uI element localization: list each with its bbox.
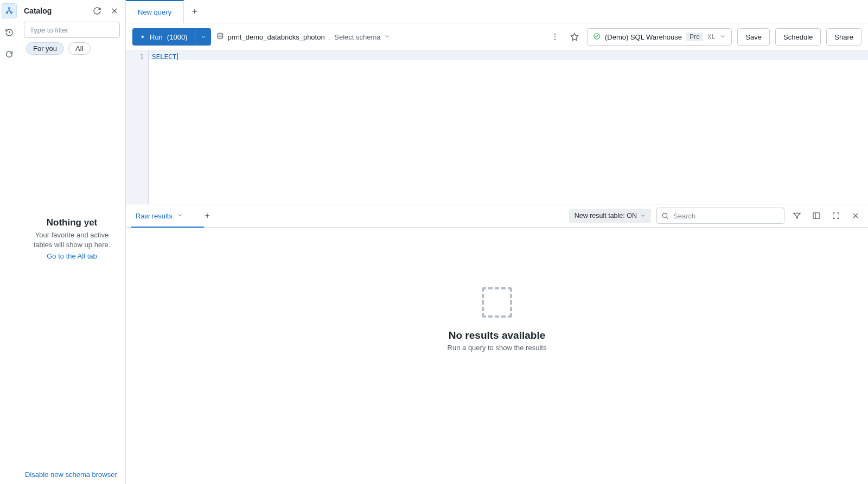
sql-keyword: SELECT <box>152 53 176 61</box>
catalog-title: Catalog <box>24 7 86 15</box>
favorite-star-icon[interactable] <box>567 30 582 44</box>
status-ok-icon <box>593 33 601 42</box>
search-icon <box>661 212 669 220</box>
query-tab-bar: New query <box>126 0 868 23</box>
results-empty-title: No results available <box>449 330 545 341</box>
catalog-panel: Catalog For you All Nothing yet Your fav… <box>18 0 126 484</box>
close-results-icon[interactable] <box>848 209 863 223</box>
catalog-empty-state: Nothing yet Your favorite and active tab… <box>18 217 125 465</box>
warehouse-tier-badge: Pro <box>686 33 703 41</box>
warehouse-name: (Demo) SQL Warehouse <box>605 33 682 41</box>
new-result-table-toggle[interactable]: New result table: ON <box>569 209 651 223</box>
sql-editor[interactable]: 1 SELECT <box>126 50 868 204</box>
schema-hint: Select schema <box>334 33 380 41</box>
add-result-tab-button[interactable] <box>200 208 215 223</box>
more-menu-icon[interactable] <box>548 30 562 44</box>
catalog-refresh-icon[interactable] <box>91 4 104 17</box>
results-tab-raw[interactable]: Raw results <box>131 204 188 227</box>
share-button[interactable]: Share <box>826 28 861 46</box>
main-area: New query Run (1000) p <box>126 0 868 484</box>
chevron-down-icon <box>177 212 183 220</box>
svg-rect-9 <box>813 213 820 219</box>
svg-point-2 <box>11 12 12 14</box>
results-search-input[interactable] <box>672 211 780 221</box>
refresh-settings-icon[interactable] <box>2 47 17 62</box>
left-rail <box>0 0 18 484</box>
panel-toggle-icon[interactable] <box>809 209 824 223</box>
catalog-empty-link[interactable]: Go to the All tab <box>47 252 97 260</box>
schedule-button[interactable]: Schedule <box>775 28 821 46</box>
results-empty-body: Run a query to show the results <box>448 344 547 352</box>
run-label: Run <box>150 33 163 41</box>
svg-point-6 <box>554 39 556 40</box>
schema-selector[interactable]: prmt_demo_databricks_photon. Select sche… <box>216 33 390 42</box>
results-toolbar: Raw results New result table: ON <box>126 204 868 228</box>
editor-cursor <box>177 53 178 60</box>
warehouse-selector[interactable]: (Demo) SQL Warehouse Pro XL <box>587 28 732 46</box>
history-icon[interactable] <box>2 25 17 40</box>
svg-point-3 <box>218 33 223 35</box>
catalog-pill-all[interactable]: All <box>68 42 90 55</box>
empty-results-icon <box>482 287 512 318</box>
expand-icon[interactable] <box>829 209 843 223</box>
run-button[interactable]: Run (1000) <box>132 28 195 46</box>
run-count: (1000) <box>167 33 188 41</box>
svg-point-8 <box>662 213 667 217</box>
database-icon <box>216 33 224 42</box>
editor-gutter: 1 <box>126 51 149 204</box>
editor-line: SELECT <box>149 51 868 60</box>
catalog-pill-for-you[interactable]: For you <box>26 42 64 55</box>
run-dropdown-button[interactable] <box>195 28 211 46</box>
catalog-filter-input[interactable] <box>24 22 120 38</box>
save-button[interactable]: Save <box>737 28 770 46</box>
results-tab-label: Raw results <box>136 212 173 220</box>
svg-point-0 <box>9 8 10 9</box>
toggle-label: New result table: ON <box>575 212 637 220</box>
catalog-empty-body: Your favorite and active tables will sho… <box>25 230 119 250</box>
add-query-tab-button[interactable] <box>184 0 206 23</box>
svg-point-4 <box>554 34 556 35</box>
line-number: 1 <box>126 53 144 61</box>
chevron-down-icon <box>384 33 391 41</box>
query-tab-label: New query <box>138 8 171 16</box>
svg-point-5 <box>554 36 556 37</box>
editor-toolbar: Run (1000) prmt_demo_databricks_photon. … <box>126 23 868 50</box>
warehouse-size: XL <box>707 33 716 41</box>
schema-browser-icon[interactable] <box>2 3 17 18</box>
disable-schema-browser-link[interactable]: Disable new schema browser <box>25 470 117 479</box>
chevron-down-icon <box>719 33 726 41</box>
filter-icon[interactable] <box>790 209 804 223</box>
schema-catalog-name: prmt_demo_databricks_photon <box>227 33 324 41</box>
svg-point-1 <box>7 12 8 14</box>
results-empty-state: No results available Run a query to show… <box>126 228 868 484</box>
catalog-close-icon[interactable] <box>108 4 121 17</box>
catalog-empty-title: Nothing yet <box>47 217 98 228</box>
results-search[interactable] <box>656 208 784 224</box>
query-tab-active[interactable]: New query <box>126 0 184 23</box>
